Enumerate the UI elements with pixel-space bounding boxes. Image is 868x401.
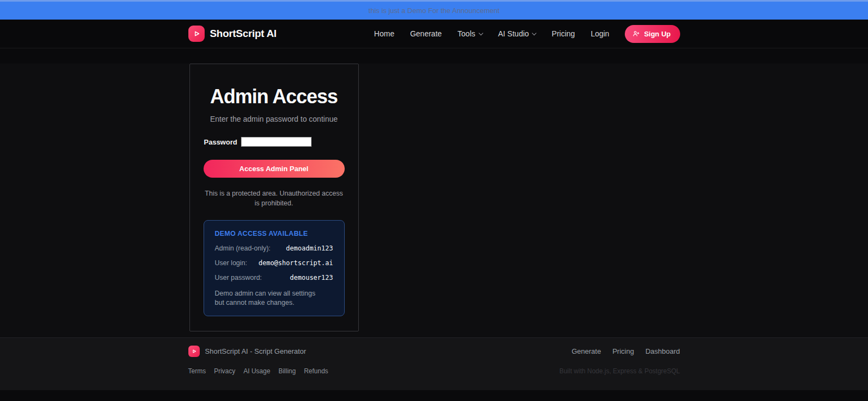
play-icon <box>188 26 205 42</box>
brand-name: ShortScript AI <box>210 28 277 40</box>
footer-link-dashboard[interactable]: Dashboard <box>645 347 680 355</box>
demo-credential-value: demouser123 <box>290 274 333 281</box>
demo-access-box: DEMO ACCESS AVAILABLE Admin (read-only):… <box>204 220 345 317</box>
demo-credential-row: Admin (read-only): demoadmin123 <box>215 245 333 252</box>
demo-note: Demo admin can view all settings but can… <box>215 289 324 309</box>
chevron-down-icon <box>478 30 483 35</box>
nav-item-generate[interactable]: Generate <box>410 29 441 38</box>
page-subtitle: Enter the admin password to continue <box>204 115 345 123</box>
footer-link-ai-usage[interactable]: AI Usage <box>244 367 270 375</box>
footer-legal-links: Terms Privacy AI Usage Billing Refunds <box>188 367 328 375</box>
announcement-text: this is just a Demo For the Announcement <box>369 7 499 15</box>
protected-area-warning: This is a protected area. Unauthorized a… <box>204 189 345 209</box>
built-with-text: Built with Node.js, Express & PostgreSQL <box>559 367 680 375</box>
footer-link-pricing[interactable]: Pricing <box>612 347 634 355</box>
nav-item-label: Login <box>591 29 609 38</box>
user-plus-icon <box>632 30 640 37</box>
password-label: Password <box>204 138 237 146</box>
demo-credential-label: Admin (read-only): <box>215 245 271 252</box>
nav-item-label: Pricing <box>552 29 575 38</box>
footer-link-generate[interactable]: Generate <box>572 347 601 355</box>
footer-brand: ShortScript AI - Script Generator <box>188 346 306 357</box>
demo-credential-label: User login: <box>215 259 248 267</box>
nav-item-ai-studio[interactable]: AI Studio <box>498 29 536 38</box>
page-title: Admin Access <box>204 85 345 108</box>
nav-menu: Home Generate Tools AI Studio Pricing Lo… <box>374 25 680 43</box>
nav-item-label: Tools <box>458 29 476 38</box>
main-content: Admin Access Enter the admin password to… <box>0 64 868 337</box>
demo-credential-value: demo@shortscript.ai <box>258 259 333 267</box>
footer-nav-links: Generate Pricing Dashboard <box>572 347 680 355</box>
nav-item-label: Home <box>374 29 394 38</box>
demo-credential-value: demoadmin123 <box>286 245 333 252</box>
nav-item-tools[interactable]: Tools <box>458 29 483 38</box>
nav-item-label: Generate <box>410 29 441 38</box>
demo-credential-row: User password: demouser123 <box>215 274 333 281</box>
navbar: ShortScript AI Home Generate Tools AI St… <box>0 20 868 48</box>
nav-item-pricing[interactable]: Pricing <box>552 29 575 38</box>
footer-brand-line: ShortScript AI - Script Generator <box>205 347 306 355</box>
admin-access-card: Admin Access Enter the admin password to… <box>189 64 359 331</box>
nav-item-home[interactable]: Home <box>374 29 394 38</box>
signup-button[interactable]: Sign Up <box>625 25 680 43</box>
signup-label: Sign Up <box>644 30 670 38</box>
announcement-bar: this is just a Demo For the Announcement <box>0 0 868 20</box>
footer-link-terms[interactable]: Terms <box>188 367 206 375</box>
access-admin-panel-button[interactable]: Access Admin Panel <box>204 160 345 178</box>
footer-link-privacy[interactable]: Privacy <box>214 367 235 375</box>
password-row: Password <box>204 137 345 147</box>
nav-item-login[interactable]: Login <box>591 29 609 38</box>
bottom-strip <box>0 390 868 401</box>
password-input[interactable] <box>241 137 312 147</box>
chevron-down-icon <box>532 30 536 35</box>
nav-item-label: AI Studio <box>498 29 529 38</box>
brand-logo-link[interactable]: ShortScript AI <box>188 26 277 42</box>
demo-access-heading: DEMO ACCESS AVAILABLE <box>215 230 333 237</box>
footer-link-billing[interactable]: Billing <box>278 367 296 375</box>
play-icon <box>188 346 200 357</box>
demo-credential-row: User login: demo@shortscript.ai <box>215 259 333 267</box>
demo-credential-label: User password: <box>215 274 262 281</box>
footer-link-refunds[interactable]: Refunds <box>304 367 328 375</box>
footer: ShortScript AI - Script Generator Genera… <box>0 337 868 390</box>
